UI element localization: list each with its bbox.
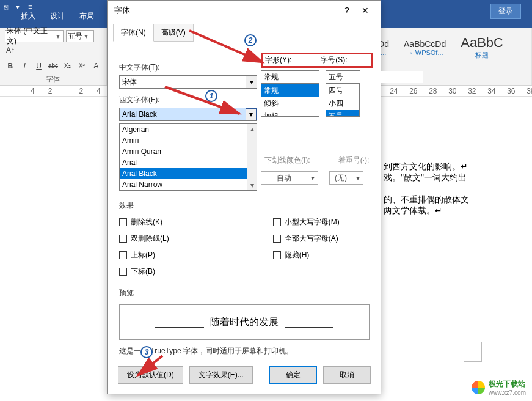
- western-font-input[interactable]: [120, 108, 246, 120]
- font-name-combo[interactable]: 宋体 (中文正文)▾: [5, 30, 64, 42]
- underline-button[interactable]: U: [34, 61, 44, 72]
- style-option[interactable]: 常规: [261, 84, 319, 97]
- page-corner: [464, 342, 482, 362]
- ruler-mark: 4: [31, 87, 35, 95]
- chinese-font-input[interactable]: [120, 76, 246, 88]
- check-superscript[interactable]: 上标(P): [119, 250, 169, 260]
- ruler-mark: 24: [390, 87, 396, 95]
- font-size-label: 字号(S):: [321, 55, 347, 65]
- ok-button[interactable]: 确定: [269, 366, 317, 384]
- check-small-caps[interactable]: 小型大写字母(M): [273, 217, 340, 227]
- check-all-caps[interactable]: 全部大写字母(A): [273, 234, 340, 244]
- checkbox-icon: [119, 251, 127, 259]
- ruler-mark: 34: [487, 87, 494, 95]
- scrollbar[interactable]: ▴ ▾: [247, 124, 257, 190]
- style-preview: AaBbCcDd: [404, 39, 446, 49]
- font-size-value: 五号: [68, 31, 82, 42]
- ruler-mark: 36: [507, 87, 513, 95]
- annotation-badge-3: 3: [140, 346, 153, 358]
- superscript-button[interactable]: X²: [76, 61, 87, 72]
- ruler-mark: 30: [448, 87, 454, 95]
- dialog-titlebar[interactable]: 字体 ? ✕: [108, 1, 381, 20]
- font-size-combo2[interactable]: [326, 70, 360, 84]
- doc-text: 戏。"散文"一词大约出: [384, 172, 467, 183]
- ruler-mark: 26: [409, 87, 415, 95]
- close-button[interactable]: ✕: [356, 6, 374, 15]
- font-option[interactable]: Arial: [120, 157, 257, 168]
- cancel-button[interactable]: 取消: [323, 366, 371, 384]
- annotation-badge-2: 2: [244, 34, 257, 46]
- font-option[interactable]: Arial Narrow: [120, 179, 257, 190]
- size-option[interactable]: 小四: [326, 97, 359, 110]
- help-button[interactable]: ?: [338, 6, 356, 15]
- chevron-down-icon[interactable]: ▾: [307, 174, 318, 182]
- scroll-down-icon[interactable]: ▾: [247, 180, 257, 190]
- style-item-title[interactable]: AaBbC 标题: [457, 34, 507, 61]
- watermark-name: 极光下载站: [489, 379, 526, 389]
- ruler-mark: 28: [429, 87, 435, 95]
- quick-access-toolbar: ⎘ ▾ ≡: [4, 2, 37, 11]
- bold-button[interactable]: B: [5, 61, 15, 72]
- check-double-strike[interactable]: 双删除线(L): [119, 234, 169, 244]
- font-size-listbox[interactable]: 四号 小四 五号: [326, 84, 360, 117]
- doc-text: 到西方文化的影响。↵: [384, 161, 468, 172]
- scroll-up-icon[interactable]: ▴: [247, 124, 257, 134]
- western-font-combo[interactable]: ▾: [119, 108, 257, 121]
- font-size-input[interactable]: [326, 71, 423, 83]
- dialog-tab-font[interactable]: 字体(N): [113, 24, 154, 42]
- chevron-down-icon[interactable]: ▾: [246, 76, 257, 88]
- emphasis-combo[interactable]: (无) ▾: [329, 171, 363, 185]
- check-hidden[interactable]: 隐藏(H): [273, 250, 340, 260]
- font-option[interactable]: Algerian: [120, 124, 257, 135]
- italic-button[interactable]: I: [19, 61, 29, 72]
- effects-title: 效果: [119, 200, 370, 211]
- check-label: 下标(B): [131, 267, 155, 277]
- style-option[interactable]: 倾斜: [261, 97, 319, 110]
- size-option[interactable]: 四号: [326, 84, 359, 97]
- underline-color-value: 自动: [261, 173, 307, 183]
- text-effects-button[interactable]: A: [91, 61, 101, 72]
- underline-color-combo[interactable]: 自动 ▾: [261, 171, 318, 185]
- ruler-mark: 2: [48, 87, 53, 95]
- qat-icon-1[interactable]: ⎘: [4, 2, 12, 11]
- watermark: 极光下载站 www.xz7.com: [472, 379, 526, 396]
- font-style-combo[interactable]: [261, 70, 319, 84]
- check-strikethrough[interactable]: 删除线(K): [119, 217, 169, 227]
- ribbon-tab-design[interactable]: 设计: [48, 9, 67, 24]
- style-item-2[interactable]: AaBbCcDd → WPSOf...: [400, 38, 450, 57]
- chinese-font-combo[interactable]: ▾: [119, 75, 257, 89]
- chevron-down-icon[interactable]: ▾: [246, 108, 257, 120]
- chevron-down-icon[interactable]: ▾: [352, 174, 363, 182]
- increase-font-icon[interactable]: A↑: [5, 45, 16, 56]
- font-option[interactable]: Amiri Quran: [120, 146, 257, 157]
- style-name: 标题: [461, 51, 503, 60]
- set-default-button[interactable]: 设为默认值(D): [118, 366, 183, 384]
- size-option[interactable]: 五号: [326, 110, 359, 117]
- check-subscript[interactable]: 下标(B): [119, 267, 169, 277]
- style-option[interactable]: 加粗: [261, 110, 319, 117]
- dialog-button-row: 设为默认值(D) 文字效果(E)... 确定 取消: [118, 366, 371, 384]
- dialog-tab-advanced[interactable]: 高级(V): [153, 24, 194, 42]
- checkbox-icon: [273, 218, 281, 226]
- font-option-selected[interactable]: Arial Black: [120, 168, 257, 179]
- qat-dropdown-icon[interactable]: ▾: [16, 2, 24, 11]
- ribbon-tab-layout[interactable]: 布局: [77, 9, 97, 24]
- font-style-listbox[interactable]: 常规 倾斜 加粗: [261, 84, 319, 117]
- doc-text: 两文学体裁。↵: [384, 205, 442, 216]
- checkbox-icon: [119, 218, 127, 226]
- western-font-dropdown[interactable]: Algerian Amiri Amiri Quran Arial Arial B…: [119, 123, 257, 191]
- subscript-button[interactable]: X₂: [62, 61, 73, 72]
- font-size-combo[interactable]: 五号▾: [66, 30, 94, 42]
- style-size-panel: 字形(Y): 字号(S): 常规 倾斜 加粗: [261, 53, 373, 185]
- login-button[interactable]: 登录: [490, 4, 521, 19]
- ribbon-group-label-font: 字体: [5, 73, 101, 84]
- font-option[interactable]: Amiri: [120, 135, 257, 146]
- strikethrough-button[interactable]: abc: [48, 61, 58, 72]
- ruler-mark: 4: [97, 87, 101, 95]
- text-effects-button[interactable]: 文字效果(E)...: [189, 366, 253, 384]
- ruler-mark: 32: [468, 87, 474, 95]
- ruler-mark: 38: [527, 87, 532, 95]
- dialog-body: 中文字体(T): ▾ 西文字体(F): ▾ Algerian Amiri Ami…: [108, 42, 381, 362]
- check-label: 双删除线(L): [131, 234, 169, 244]
- qat-separator: ≡: [28, 2, 37, 11]
